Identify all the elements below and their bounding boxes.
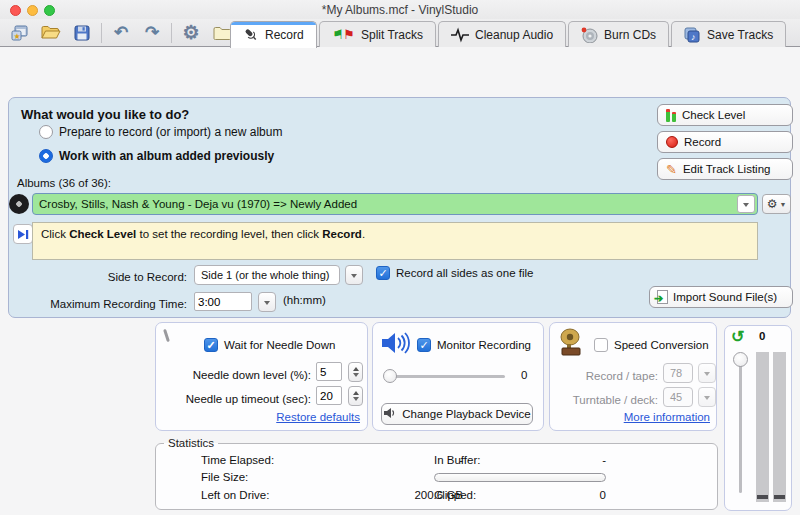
page-title: What would you like to do? [21, 107, 189, 122]
settings-button[interactable]: ⚙ [179, 22, 203, 44]
open-button[interactable] [39, 22, 63, 44]
monitor-panel: ✓ Monitor Recording 0 Change Playback De… [372, 322, 544, 431]
side-to-record-chevron[interactable] [345, 265, 363, 285]
gain-slider[interactable] [739, 358, 742, 493]
slider-thumb[interactable] [383, 369, 397, 383]
import-file-icon: ➔ [657, 290, 668, 304]
turntable-deck-value: 45 [670, 391, 682, 403]
hint-icon [13, 224, 33, 244]
import-sound-files-label: Import Sound File(s) [673, 291, 777, 303]
redo-icon: ↷ [145, 24, 159, 41]
tab-split-tracks[interactable]: ⚑⚑ Split Tracks [319, 21, 436, 47]
window-title: *My Albums.mcf - VinylStudio [0, 3, 800, 17]
change-playback-device-button[interactable]: Change Playback Device [381, 403, 533, 425]
max-recording-time-input[interactable] [194, 292, 252, 311]
record-main-panel: What would you like to do? Prepare to re… [8, 97, 791, 318]
record-label: Record [684, 136, 721, 148]
record-button[interactable]: Record [657, 131, 793, 153]
record-all-sides-checkbox[interactable]: ✓ Record all sides as one file [376, 266, 533, 280]
change-playback-device-label: Change Playback Device [402, 408, 531, 420]
tab-save-tracks[interactable]: ♪ Save Tracks [671, 21, 786, 47]
music-files-icon: ♪ [684, 27, 701, 43]
checkbox-icon [594, 338, 608, 352]
wait-needle-down-checkbox[interactable]: ✓ Wait for Needle Down [204, 338, 335, 352]
needle-down-level-input[interactable] [316, 362, 342, 381]
checkbox-icon: ✓ [376, 266, 390, 280]
album-selected-value: Crosby, Stills, Nash & Young - Deja vu (… [33, 198, 737, 210]
tab-bar: Record ⚑⚑ Split Tracks Cleanup Audio Bur… [230, 20, 788, 47]
max-time-units-label: (hh:mm) [283, 294, 326, 306]
check-level-button[interactable]: Check Level [657, 104, 793, 126]
needle-down-level-stepper[interactable] [348, 362, 363, 382]
hint-bold-check-level: Check Level [69, 228, 136, 240]
save-button[interactable] [70, 22, 94, 44]
record-tape-select: 78 [663, 363, 693, 383]
restore-defaults-link[interactable]: Restore defaults [156, 411, 360, 423]
needle-up-timeout-stepper[interactable] [348, 386, 363, 406]
tab-label: Record [265, 28, 304, 42]
gain-slider-thumb[interactable] [733, 352, 748, 367]
needle-down-level-label: Needle down level (%): [166, 365, 311, 383]
albums-count-label: Albums (36 of 36): [17, 177, 111, 189]
tab-cleanup-audio[interactable]: Cleanup Audio [438, 21, 566, 47]
side-to-record-value: Side 1 (or the whole thing) [201, 269, 329, 281]
gear-icon: ⚙ [182, 23, 199, 42]
cd-icon [581, 27, 598, 43]
needle-up-timeout-label: Needle up timeout (sec): [166, 389, 311, 407]
record-all-sides-label: Record all sides as one file [396, 267, 533, 279]
album-options-menu-button[interactable]: ⚙ ▼ [762, 194, 791, 214]
edit-track-listing-button[interactable]: ✎ Edit Track Listing [657, 158, 793, 180]
microphone-icon [243, 27, 259, 43]
chevron-down-icon: ▼ [779, 201, 786, 208]
album-select[interactable]: Crosby, Stills, Nash & Young - Deja vu (… [32, 193, 758, 215]
vinylstudio-window: *My Albums.mcf - VinylStudio ★ ↶ ↷ [0, 0, 800, 515]
side-to-record-select[interactable]: Side 1 (or the whole thing) [194, 265, 340, 285]
speed-panel: Speed Conversion Record / tape: 78 Turnt… [549, 322, 717, 431]
needle-panel: ✓ Wait for Needle Down Needle down level… [155, 322, 368, 431]
side-to-record-label: Side to Record: [37, 267, 187, 285]
chevron-down-icon[interactable] [737, 195, 755, 213]
toolbar: ★ ↶ ↷ ⚙ ▼ [0, 19, 800, 47]
record-dot-icon [666, 136, 678, 148]
gain-value: 0 [759, 330, 765, 342]
edit-pencil-icon: ✎ [666, 163, 677, 176]
monitor-recording-checkbox[interactable]: ✓ Monitor Recording [417, 338, 531, 352]
radio-label: Prepare to record (or import) a new albu… [59, 125, 282, 139]
turntable-deck-chevron [698, 387, 716, 407]
speed-conversion-label: Speed Conversion [614, 339, 709, 351]
hint-bold-record: Record [322, 228, 362, 240]
tab-label: Split Tracks [361, 28, 423, 42]
title-bar: *My Albums.mcf - VinylStudio [0, 0, 800, 19]
flags-icon: ⚑⚑ [332, 28, 355, 41]
redo-button[interactable]: ↷ [140, 22, 164, 44]
hint-message: Click Check Level to set the recording l… [32, 222, 758, 260]
checkbox-icon: ✓ [204, 338, 218, 352]
undo-button[interactable]: ↶ [109, 22, 133, 44]
monitor-volume-slider[interactable] [385, 375, 505, 378]
checkbox-icon: ✓ [417, 338, 431, 352]
gear-icon: ⚙ [767, 198, 778, 210]
speed-conversion-checkbox[interactable]: Speed Conversion [594, 338, 709, 352]
radio-new-album[interactable]: Prepare to record (or import) a new albu… [39, 125, 282, 139]
import-sound-files-button[interactable]: ➔ Import Sound File(s) [649, 286, 793, 308]
radio-icon [39, 149, 53, 163]
gramophone-icon [558, 328, 586, 362]
svg-text:♪: ♪ [691, 32, 696, 42]
level-meter-right [773, 352, 786, 502]
max-recording-time-chevron[interactable] [258, 292, 276, 312]
toolbar-buttons: ★ ↶ ↷ ⚙ ▼ [8, 19, 267, 46]
new-collection-icon: ★ [11, 25, 29, 41]
radio-icon [39, 125, 53, 139]
more-information-link[interactable]: More information [550, 411, 710, 423]
tab-label: Cleanup Audio [475, 28, 553, 42]
record-tape-chevron [698, 363, 716, 383]
vinyl-record-icon [9, 194, 29, 214]
tab-burn-cds[interactable]: Burn CDs [568, 21, 669, 47]
new-collection-button[interactable]: ★ [8, 22, 32, 44]
needle-up-timeout-input[interactable] [316, 386, 342, 405]
wait-needle-down-label: Wait for Needle Down [224, 339, 335, 351]
radio-existing-album[interactable]: Work with an album added previously [39, 149, 274, 163]
tab-record[interactable]: Record [230, 21, 317, 48]
left-on-drive-label: Left on Drive: [201, 489, 269, 501]
reset-gain-icon[interactable]: ↺ [731, 327, 744, 346]
